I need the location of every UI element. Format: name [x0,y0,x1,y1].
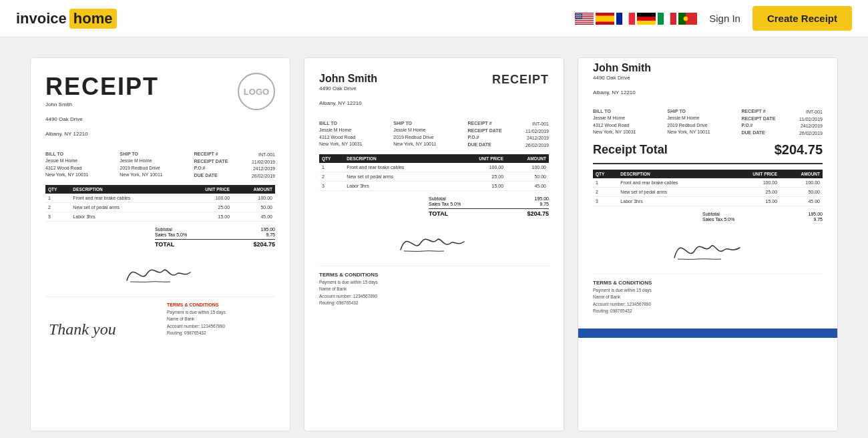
c3-due-lbl: DUE DATE [742,130,765,136]
due-date-label: DUE DATE [194,173,218,178]
main-content: RECEIPT John Smith 4490 Oak Drive Albany… [0,37,868,438]
card3-bottom-bar [578,328,837,338]
td-amount: 100.00 [506,163,549,172]
c3-tax-label: Sales Tax 5.0% [702,217,734,222]
svg-rect-43 [637,17,656,21]
td-unit: 15.00 [454,182,506,191]
meta-block: RECEIPT # INT-001 RECEIPT DATE 11/02/201… [194,152,276,180]
td-qty: 3 [45,212,70,222]
card3-bill-addr2: New York, NY 10031 [593,129,660,136]
card3-name-block: John Smith 4490 Oak Drive Albany, NY 122… [593,62,651,103]
create-receipt-button[interactable]: Create Receipt [752,6,852,31]
totals-section-3: Subtotal 195.00 Sales Tax 5.0% 9.75 [593,212,823,222]
svg-rect-12 [575,23,594,24]
card2-ship-addr1: 2019 Redbud Drive [393,134,461,142]
c3-tax-row: Sales Tax 5.0% 9.75 [702,217,823,222]
card2-ship-name: Jessie M Home [393,127,461,134]
ship-to-label: SHIP TO [120,152,187,156]
svg-rect-7 [575,19,594,19]
card2-bill-label: BILL TO [319,121,387,126]
th-amount: AMOUNT [232,185,275,194]
svg-point-17 [580,13,580,13]
terms-text-1: Payment is due within 15 days [167,309,275,316]
signature-1 [45,254,275,291]
c3-routing: Routing: 098765432 [593,308,823,314]
terms-section-2: TERMS & CONDITIONS Payment is due within… [319,266,549,314]
td-unit: 15.00 [728,197,780,206]
po-label: P.O.# [194,166,206,170]
flag-fr-icon [616,13,635,25]
bill-to-addr1: 4312 Wood Road [45,165,113,172]
c2-tax-label: Sales Tax 5.0% [429,202,461,206]
signature-3 [593,228,823,268]
signature-svg-2 [394,223,474,256]
c3-po-val: 2412/2019 [801,123,823,130]
td-qty: 1 [45,194,70,203]
td-unit: 25.00 [454,172,506,182]
td-desc: Labor 3hrs [344,182,453,191]
td-desc: New set of pedal arms [618,188,727,197]
th-unit: UNIT PRICE [180,185,232,194]
svg-point-35 [580,17,580,17]
c3-rnum-lbl: RECEIPT # [742,109,766,115]
logo-area: invoice home [16,9,117,29]
card3-ship-addr2: New York, NY 10011 [667,129,734,136]
td-unit: 25.00 [728,188,780,197]
c2-rnum-val: INT-001 [532,121,549,128]
bank-name-1: Name of Bank [167,316,275,322]
card3-bill-name: Jessie M Home [593,115,660,122]
c3-subtotal-row: Subtotal 195.00 [702,212,823,216]
c3-subtotal-label: Subtotal [702,212,720,216]
totals-section-2: Subtotal 195.00 Sales Tax 5.0% 9.75 TOTA… [319,196,549,218]
c2-account: Account number: 1234567890 [319,293,549,300]
c2-subtotal-label: Subtotal [429,196,446,201]
total-row: TOTAL $204.75 [155,239,275,248]
card3-customer-name: John Smith [593,62,651,74]
td-desc: Labor 3hrs [70,212,180,222]
c3-tax-value: 9.75 [813,217,823,222]
td-qty: 3 [593,197,618,206]
card2-meta: RECEIPT #INT-001 RECEIPT DATE11/02/2019 … [468,121,550,149]
td-amount: 100.00 [232,194,275,203]
table-row: 2 New set of pedal arms 25.00 50.00 [319,172,549,182]
c2-routing: Routing: 098765432 [319,300,549,306]
svg-point-14 [576,13,576,13]
svg-rect-46 [664,13,670,25]
c3-rdate-val: 11/02/2019 [799,116,823,124]
card3-ship-to: SHIP TO Jessie M Home 2019 Redbud Drive … [667,109,734,137]
c3-terms-text: Payment is due within 15 days [593,287,823,294]
card3-bill-to: BILL TO Jessie M Home 4312 Wood Road New… [593,109,660,137]
ship-to-addr2: New York, NY 10011 [120,172,187,179]
signature-2 [319,223,549,260]
flag-de-icon [637,13,656,25]
card2-addr1: 4490 Oak Drive [319,85,377,93]
table-row: 1 Front and rear brake cables 100.00 100… [319,163,549,172]
th-desc: DESCRIPTION [70,185,180,194]
svg-rect-47 [670,13,676,25]
totals-section-1: Subtotal 195.00 Sales Tax 5.0% 9.75 TOTA… [45,227,275,248]
sign-in-button[interactable]: Sign In [702,10,747,27]
card2-bill-name: Jessie M Home [319,127,387,134]
c3-th-desc: DESCRIPTION [618,170,727,178]
total-value: $204.75 [253,241,275,248]
c3-rnum-val: INT-001 [806,109,823,116]
routing-1: Routing: 098765432 [167,330,275,337]
card1-header: RECEIPT John Smith 4490 Oak Drive Albany… [45,73,275,145]
td-desc: Front and rear brake cables [618,178,727,188]
subtotal-label: Subtotal [155,227,172,232]
c2-subtotal-value: 195.00 [535,196,549,201]
c2-th-qty: QTY [319,154,344,163]
c2-rdate-lbl: RECEIPT DATE [468,128,502,134]
card3-addr1: 4490 Oak Drive [593,74,651,82]
receipt-date-value: 11/02/2019 [252,159,275,166]
c3-rdate-lbl: RECEIPT DATE [742,116,776,122]
terms-title-1: TERMS & CONDITIONS [167,302,275,307]
flags-area [575,13,697,25]
receipt-table-1: QTY DESCRIPTION UNIT PRICE AMOUNT 1 Fron… [45,185,275,222]
account-number-1: Account number: 1234567890 [167,323,275,330]
due-date-value: 26/02/2019 [252,173,275,180]
c3-account: Account number: 1234567890 [593,301,823,308]
svg-point-34 [578,17,579,17]
card2-name-block: John Smith 4490 Oak Drive Albany, NY 122… [319,73,377,114]
svg-point-26 [580,15,580,15]
